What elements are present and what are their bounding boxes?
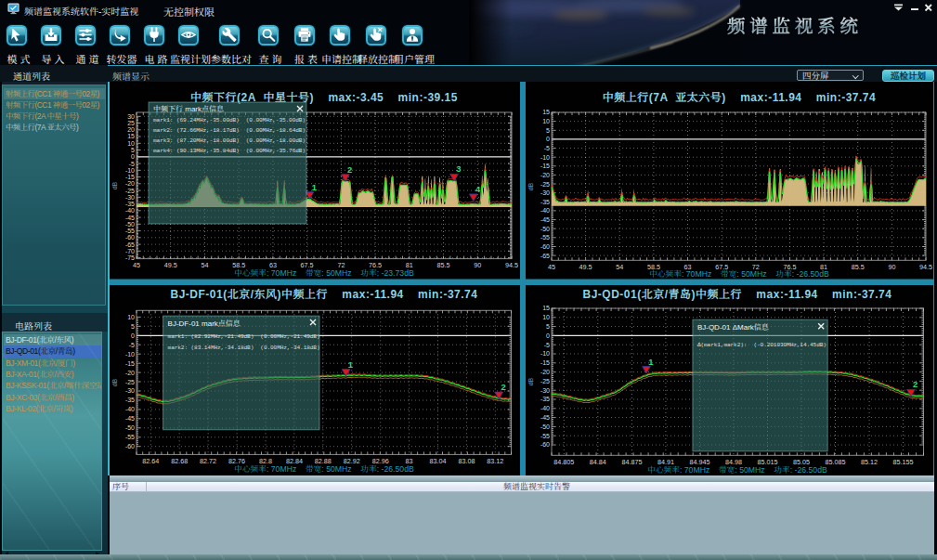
svg-text:-45: -45 [540, 216, 549, 223]
svg-text:-45: -45 [540, 414, 549, 421]
svg-text:85.12: 85.12 [861, 458, 878, 466]
svg-text:dB: dB [111, 181, 118, 189]
svg-text:94.5: 94.5 [919, 263, 932, 271]
svg-text:BJ-DF-01 mark点信息: BJ-DF-01 mark点信息 [168, 319, 241, 328]
svg-text:mark2: (83.14MHz,-34.18dB) (0: mark2: (83.14MHz,-34.18dB) (0.00MHz,-34.… [168, 345, 320, 351]
svg-text:49.5: 49.5 [579, 263, 592, 271]
svg-text:5: 5 [546, 323, 550, 330]
svg-text:中频上行(7A 亚太六号) max:-11.94: 中频上行(7A 亚太六号) max:-11.94 min:-37.74 [602, 91, 875, 104]
svg-text:-40: -40 [540, 207, 549, 214]
svg-text:-5: -5 [543, 145, 549, 151]
svg-text:83.04: 83.04 [430, 457, 447, 465]
svg-text:mark1: (82.92MHz,-21.49dB) (0: mark1: (82.92MHz,-21.49dB) (0.00MHz,-21.… [168, 332, 320, 339]
svg-text:-45: -45 [125, 215, 135, 221]
svg-text:mark2: (72.66MHz,-18.17dB) (0: mark2: (72.66MHz,-18.17dB) (0.00MHz,-18.… [153, 127, 306, 134]
svg-text:3: 3 [456, 163, 461, 174]
svg-text:-50: -50 [540, 423, 549, 429]
svg-text:mark3: (87.20MHz,-18.00dB) (0: mark3: (87.20MHz,-18.00dB) (0.00MHz,-18.… [153, 137, 306, 144]
svg-text:15: 15 [127, 133, 135, 139]
svg-text:-50: -50 [125, 424, 135, 431]
svg-text:85.5: 85.5 [851, 263, 864, 271]
svg-text:mark1: (69.24MHz,-35.00dB) (0: mark1: (69.24MHz,-35.00dB) (0.00MHz,-35.… [153, 117, 306, 124]
svg-text:0: 0 [131, 332, 135, 338]
svg-text:-10: -10 [125, 350, 135, 357]
svg-text:dB: dB [527, 182, 534, 190]
svg-text:-45: -45 [125, 415, 135, 422]
svg-text:mark4: (90.13MHz,-35.84dB) (0: mark4: (90.13MHz,-35.84dB) (0.00MHz,-35.… [153, 148, 306, 154]
svg-text:-5: -5 [543, 341, 549, 347]
svg-text:-30: -30 [125, 194, 135, 201]
svg-text:BJ-DF-01(北京/东风)中频上行 max:-11: BJ-DF-01(北京/东风)中频上行 max:-11.94 min:-37.7… [171, 287, 478, 300]
svg-text:-35: -35 [125, 201, 135, 207]
svg-text:-60: -60 [125, 234, 135, 241]
svg-text:84.84: 84.84 [589, 458, 605, 466]
svg-text:-5: -5 [129, 341, 135, 347]
svg-text:54: 54 [616, 263, 623, 271]
svg-text:2: 2 [501, 382, 505, 392]
svg-text:中频下行 mark点信息: 中频下行 mark点信息 [153, 105, 225, 113]
svg-text:10: 10 [127, 140, 135, 147]
svg-text:-20: -20 [125, 180, 135, 187]
svg-text:83.12: 83.12 [487, 457, 503, 465]
svg-text:0: 0 [546, 332, 550, 338]
svg-text:-30: -30 [540, 386, 549, 393]
svg-text:83.08: 83.08 [458, 457, 475, 465]
svg-text:15: 15 [542, 305, 550, 311]
svg-text:-55: -55 [125, 434, 135, 440]
svg-text:中频下行(2A 中星十号) max:-3.45: 中频下行(2A 中星十号) max:-3.45 min:-39.15 [190, 91, 458, 104]
svg-text:-40: -40 [125, 207, 135, 214]
svg-text:54: 54 [202, 261, 209, 269]
svg-text:-55: -55 [540, 432, 549, 438]
svg-text:49.5: 49.5 [164, 261, 177, 269]
svg-text:-25: -25 [125, 378, 135, 384]
svg-text:5: 5 [546, 127, 550, 134]
svg-text:25: 25 [127, 120, 135, 126]
svg-text:85.5: 85.5 [437, 261, 450, 269]
svg-text:82.72: 82.72 [200, 457, 216, 465]
svg-text:-25: -25 [540, 377, 549, 384]
svg-text:Δ(mark1,mark2): (-0.201030MHz: Δ(mark1,mark2): (-0.201030MHz,14.45dB) [696, 341, 826, 347]
svg-text:85.155: 85.155 [892, 458, 913, 466]
svg-text:-60: -60 [125, 443, 135, 449]
svg-text:94.5: 94.5 [505, 261, 518, 269]
svg-text:10: 10 [542, 314, 550, 320]
svg-text:dB: dB [111, 378, 118, 386]
svg-text:4: 4 [475, 184, 481, 194]
svg-text:20: 20 [127, 126, 135, 133]
svg-text:-10: -10 [540, 350, 549, 357]
svg-text:90: 90 [474, 261, 481, 269]
svg-text:82.64: 82.64 [142, 457, 159, 465]
svg-text:5: 5 [131, 322, 135, 329]
svg-text:中心频率: 70MHz 带宽: 50MHz 功率: 中心频率: 70MHz 带宽: 50MHz 功率: -23.73dB [234, 268, 414, 278]
svg-text:BJ-QD-01(北京/青岛)中频上行 max:-11: BJ-QD-01(北京/青岛)中频上行 max:-11.94 min:-37.7… [582, 287, 891, 300]
svg-text:-15: -15 [125, 174, 135, 180]
svg-text:85.085: 85.085 [825, 458, 845, 466]
svg-text:10: 10 [127, 313, 135, 319]
svg-text:82.68: 82.68 [171, 457, 188, 465]
svg-text:-25: -25 [125, 188, 135, 194]
svg-text:1: 1 [648, 356, 654, 366]
svg-text:45: 45 [548, 263, 555, 271]
svg-text:30: 30 [127, 113, 135, 120]
svg-text:中心频率: 70MHz 带宽: 50MHz 功率: 中心频率: 70MHz 带宽: 50MHz 功率: -26.50dB [647, 465, 827, 475]
svg-text:15: 15 [542, 109, 550, 115]
svg-text:45: 45 [133, 261, 140, 269]
svg-text:90: 90 [888, 263, 895, 271]
svg-text:-50: -50 [540, 226, 549, 232]
svg-text:-15: -15 [125, 359, 135, 366]
svg-text:84.875: 84.875 [621, 458, 642, 466]
svg-text:2: 2 [347, 164, 352, 175]
svg-text:中心频率: 70MHz 带宽: 50MHz 功率: 中心频率: 70MHz 带宽: 50MHz 功率: -26.50dB [234, 464, 414, 474]
svg-text:0: 0 [131, 153, 135, 160]
svg-text:5: 5 [131, 147, 135, 153]
svg-text:0: 0 [546, 136, 550, 142]
svg-text:-55: -55 [125, 228, 135, 234]
svg-text:84.805: 84.805 [553, 458, 574, 466]
svg-text:-15: -15 [540, 163, 549, 169]
svg-text:-55: -55 [540, 234, 549, 241]
svg-text:-20: -20 [125, 369, 135, 375]
svg-text:-35: -35 [540, 396, 549, 402]
svg-text:2: 2 [913, 379, 917, 389]
svg-text:-50: -50 [125, 221, 135, 228]
svg-text:中心频率: 70MHz 带宽: 50MHz 功率: 中心频率: 70MHz 带宽: 50MHz 功率: -26.50dB [649, 269, 829, 279]
